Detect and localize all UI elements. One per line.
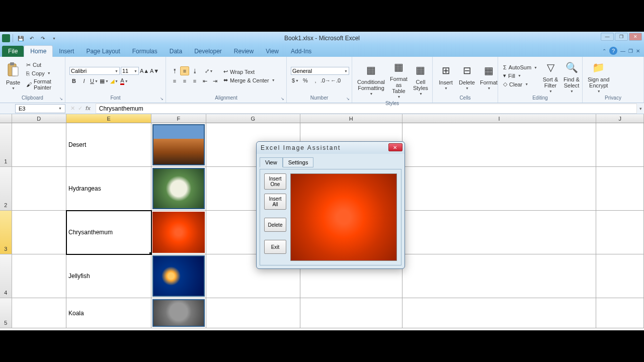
autosum-button[interactable]: ΣAutoSum▼ bbox=[502, 64, 538, 71]
cell-J4[interactable] bbox=[596, 254, 644, 298]
minimize-button[interactable]: — bbox=[601, 33, 614, 41]
borders-button[interactable]: ▦▼ bbox=[100, 76, 109, 85]
cell-E4[interactable]: Jellyfish bbox=[66, 254, 151, 298]
italic-button[interactable]: I bbox=[79, 76, 89, 85]
cell-F5[interactable] bbox=[151, 298, 206, 328]
find-select-button[interactable]: 🔍Find & Select▼ bbox=[562, 58, 581, 94]
cell-E2[interactable]: Hydrangeas bbox=[66, 167, 151, 211]
column-header-e[interactable]: E bbox=[66, 114, 151, 123]
row-header-4[interactable]: 4 bbox=[0, 254, 12, 298]
orientation-icon[interactable]: ⤢▼ bbox=[204, 66, 213, 75]
cell-E5[interactable]: Koala bbox=[66, 298, 151, 328]
enter-formula-icon[interactable]: ✓ bbox=[78, 105, 83, 112]
save-icon[interactable]: 💾 bbox=[16, 33, 26, 43]
row-header-1[interactable]: 1 bbox=[0, 123, 12, 167]
doc-minimize-icon[interactable]: — bbox=[620, 48, 625, 54]
row-header-2[interactable]: 2 bbox=[0, 167, 12, 211]
expand-formula-icon[interactable]: ▾ bbox=[637, 106, 644, 111]
cut-button[interactable]: ✂Cut bbox=[25, 61, 61, 69]
cell-D2[interactable] bbox=[12, 167, 66, 211]
doc-close-icon[interactable]: ✕ bbox=[636, 48, 640, 54]
conditional-formatting-button[interactable]: ▦Conditional Formatting▼ bbox=[356, 61, 386, 97]
fx-icon[interactable]: fx bbox=[86, 105, 91, 112]
sign-encrypt-button[interactable]: 📁Sign and Encrypt▼ bbox=[587, 58, 610, 94]
cell-J2[interactable] bbox=[596, 167, 644, 211]
cell-J5[interactable] bbox=[596, 298, 644, 328]
increase-decimal-icon[interactable]: .0→ bbox=[321, 76, 330, 85]
tab-insert[interactable]: Insert bbox=[53, 46, 80, 57]
column-header-f[interactable]: F bbox=[151, 114, 206, 123]
exit-button[interactable]: Exit bbox=[264, 240, 286, 254]
cell-J3[interactable] bbox=[596, 211, 644, 254]
name-box[interactable]: E3▼ bbox=[15, 104, 65, 113]
column-header-h[interactable]: H bbox=[300, 114, 403, 123]
paste-button[interactable]: Paste ▼ bbox=[4, 61, 22, 91]
clipboard-launcher-icon[interactable]: ↘ bbox=[58, 96, 64, 102]
restore-button[interactable]: ❐ bbox=[615, 33, 628, 41]
decrease-decimal-icon[interactable]: ←.0 bbox=[331, 76, 340, 85]
wrap-text-button[interactable]: ↩Wrap Text bbox=[222, 68, 276, 75]
cell-I5[interactable] bbox=[403, 298, 597, 328]
dialog-close-button[interactable]: ✕ bbox=[388, 143, 403, 151]
column-header-g[interactable]: G bbox=[206, 114, 300, 123]
percent-icon[interactable]: % bbox=[301, 76, 310, 85]
cancel-formula-icon[interactable]: ✕ bbox=[70, 105, 75, 112]
currency-icon[interactable]: $▼ bbox=[291, 76, 300, 85]
align-top-icon[interactable]: ⭱ bbox=[170, 66, 179, 75]
thumbnail-chrysan-icon[interactable] bbox=[152, 212, 204, 253]
dialog-tab-view[interactable]: View bbox=[260, 157, 283, 167]
cell-J1[interactable] bbox=[596, 123, 644, 167]
align-bottom-icon[interactable]: ⭳ bbox=[190, 66, 199, 75]
thumbnail-koala-icon[interactable] bbox=[152, 299, 204, 327]
number-launcher-icon[interactable]: ↘ bbox=[345, 96, 351, 102]
clear-button[interactable]: ◇Clear▼ bbox=[502, 80, 538, 88]
dialog-title-bar[interactable]: Excel Image Assistant ✕ bbox=[257, 142, 405, 154]
cell-D1[interactable] bbox=[12, 123, 66, 167]
font-launcher-icon[interactable]: ↘ bbox=[158, 96, 165, 102]
fill-handle[interactable] bbox=[149, 252, 151, 254]
decrease-indent-icon[interactable]: ⇤ bbox=[200, 76, 209, 85]
tab-formulas[interactable]: Formulas bbox=[126, 46, 164, 57]
align-right-icon[interactable]: ≡ bbox=[190, 76, 199, 85]
doc-restore-icon[interactable]: ❐ bbox=[628, 48, 633, 54]
cell-E3[interactable]: Chrysanthemum bbox=[66, 211, 151, 254]
thumbnail-desert-icon[interactable] bbox=[152, 124, 204, 165]
cell-D5[interactable] bbox=[12, 298, 66, 328]
column-header-d[interactable]: D bbox=[12, 114, 66, 123]
bold-button[interactable]: B bbox=[69, 76, 78, 85]
tab-review[interactable]: Review bbox=[228, 46, 260, 57]
cell-G5[interactable] bbox=[206, 298, 300, 328]
select-all-corner[interactable] bbox=[0, 114, 12, 123]
tab-view[interactable]: View bbox=[260, 46, 285, 57]
format-cells-button[interactable]: ▦Format▼ bbox=[479, 61, 499, 91]
comma-icon[interactable]: , bbox=[311, 76, 320, 85]
tab-home[interactable]: Home bbox=[24, 45, 53, 57]
tab-add-ins[interactable]: Add-Ins bbox=[285, 46, 317, 57]
column-header-j[interactable]: J bbox=[596, 114, 644, 123]
cell-I1[interactable] bbox=[403, 123, 597, 167]
fill-color-button[interactable]: ◢▼ bbox=[110, 76, 119, 85]
file-tab[interactable]: File bbox=[2, 46, 24, 57]
increase-indent-icon[interactable]: ⇥ bbox=[210, 76, 219, 85]
help-icon[interactable]: ? bbox=[609, 47, 617, 55]
alignment-launcher-icon[interactable]: ↘ bbox=[279, 96, 285, 102]
cell-E1[interactable]: Desert bbox=[66, 123, 151, 167]
thumbnail-hydrangea-icon[interactable] bbox=[152, 168, 204, 209]
cell-I3[interactable] bbox=[403, 211, 597, 254]
number-format-select[interactable]: General▼ bbox=[291, 67, 349, 75]
tab-data[interactable]: Data bbox=[164, 46, 188, 57]
fill-button[interactable]: ▾Fill▼ bbox=[502, 72, 538, 79]
redo-icon[interactable]: ↷ bbox=[38, 33, 48, 43]
copy-button[interactable]: ⎘Copy▼ bbox=[25, 70, 61, 77]
qat-customize-icon[interactable]: ▼ bbox=[49, 33, 59, 43]
thumbnail-jelly-icon[interactable] bbox=[152, 255, 204, 297]
cell-D3[interactable] bbox=[12, 211, 66, 254]
format-painter-button[interactable]: 🖌Format Painter bbox=[25, 78, 61, 91]
row-header-3[interactable]: 3 bbox=[0, 211, 12, 254]
cell-styles-button[interactable]: ▦Cell Styles▼ bbox=[412, 61, 430, 97]
merge-center-button[interactable]: ⬌Merge & Center▼ bbox=[222, 76, 276, 84]
undo-icon[interactable]: ↶ bbox=[27, 33, 37, 43]
underline-button[interactable]: U▼ bbox=[90, 76, 99, 85]
insert-one-button[interactable]: Insert One bbox=[264, 173, 286, 190]
tab-developer[interactable]: Developer bbox=[188, 46, 228, 57]
